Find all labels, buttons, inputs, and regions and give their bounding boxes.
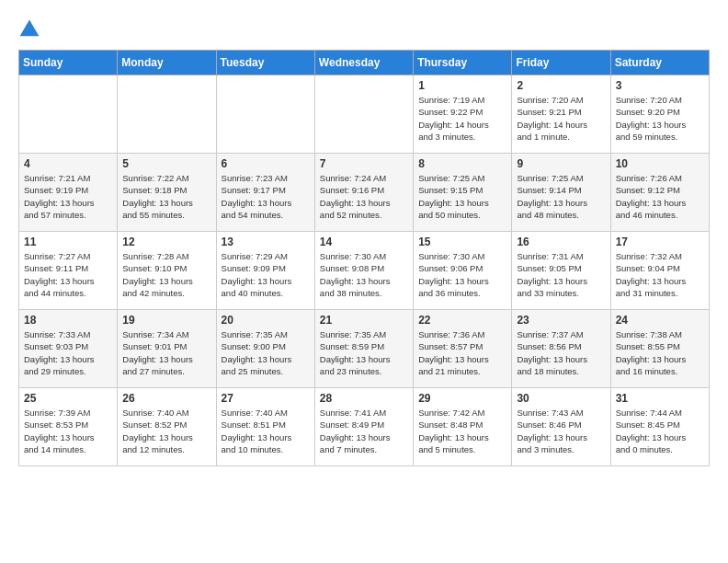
calendar-body: 1Sunrise: 7:19 AM Sunset: 9:22 PM Daylig…: [19, 75, 710, 466]
day-number: 26: [122, 392, 210, 405]
day-info: Sunrise: 7:40 AM Sunset: 8:52 PM Dayligh…: [122, 407, 210, 455]
day-number: 20: [222, 314, 310, 327]
day-info: Sunrise: 7:27 AM Sunset: 9:11 PM Dayligh…: [24, 250, 112, 299]
day-info: Sunrise: 7:43 AM Sunset: 8:46 PM Dayligh…: [517, 407, 605, 455]
day-info: Sunrise: 7:34 AM Sunset: 9:01 PM Dayligh…: [122, 328, 210, 377]
calendar-cell: 4Sunrise: 7:21 AM Sunset: 9:19 PM Daylig…: [19, 154, 118, 232]
calendar-cell: 27Sunrise: 7:40 AM Sunset: 8:51 PM Dayli…: [216, 388, 314, 466]
day-info: Sunrise: 7:22 AM Sunset: 9:18 PM Dayligh…: [122, 172, 210, 221]
calendar-cell: 2Sunrise: 7:20 AM Sunset: 9:21 PM Daylig…: [512, 75, 610, 154]
calendar-cell: 22Sunrise: 7:36 AM Sunset: 8:57 PM Dayli…: [414, 310, 512, 388]
day-info: Sunrise: 7:35 AM Sunset: 8:59 PM Dayligh…: [320, 328, 408, 377]
day-number: 10: [616, 157, 704, 170]
calendar-cell: [216, 75, 314, 154]
day-info: Sunrise: 7:23 AM Sunset: 9:17 PM Dayligh…: [222, 172, 310, 221]
calendar-cell: 24Sunrise: 7:38 AM Sunset: 8:55 PM Dayli…: [610, 310, 709, 388]
day-info: Sunrise: 7:38 AM Sunset: 8:55 PM Dayligh…: [616, 328, 704, 377]
calendar-cell: 14Sunrise: 7:30 AM Sunset: 9:08 PM Dayli…: [314, 232, 413, 310]
calendar-cell: 28Sunrise: 7:41 AM Sunset: 8:49 PM Dayli…: [314, 388, 413, 466]
calendar-cell: 23Sunrise: 7:37 AM Sunset: 8:56 PM Dayli…: [512, 310, 610, 388]
day-info: Sunrise: 7:32 AM Sunset: 9:04 PM Dayligh…: [616, 250, 704, 299]
day-info: Sunrise: 7:40 AM Sunset: 8:51 PM Dayligh…: [222, 407, 310, 455]
calendar-cell: 1Sunrise: 7:19 AM Sunset: 9:22 PM Daylig…: [414, 75, 512, 154]
day-number: 30: [517, 392, 605, 405]
calendar-cell: 29Sunrise: 7:42 AM Sunset: 8:48 PM Dayli…: [414, 388, 512, 466]
day-header-monday: Monday: [118, 51, 216, 75]
day-number: 28: [320, 392, 408, 405]
calendar-cell: 18Sunrise: 7:33 AM Sunset: 9:03 PM Dayli…: [19, 310, 118, 388]
calendar-cell: 26Sunrise: 7:40 AM Sunset: 8:52 PM Dayli…: [118, 388, 216, 466]
calendar-week-5: 25Sunrise: 7:39 AM Sunset: 8:53 PM Dayli…: [19, 388, 710, 466]
calendar-week-1: 1Sunrise: 7:19 AM Sunset: 9:22 PM Daylig…: [19, 75, 710, 154]
day-number: 14: [320, 236, 408, 248]
day-info: Sunrise: 7:39 AM Sunset: 8:53 PM Dayligh…: [24, 407, 112, 455]
day-number: 21: [320, 314, 408, 327]
day-number: 25: [24, 392, 112, 405]
day-number: 11: [24, 236, 112, 248]
day-info: Sunrise: 7:20 AM Sunset: 9:20 PM Dayligh…: [616, 94, 704, 143]
day-info: Sunrise: 7:25 AM Sunset: 9:14 PM Dayligh…: [517, 172, 605, 221]
day-number: 5: [122, 157, 210, 170]
day-number: 6: [222, 157, 310, 170]
calendar-cell: 13Sunrise: 7:29 AM Sunset: 9:09 PM Dayli…: [216, 232, 314, 310]
calendar-cell: 21Sunrise: 7:35 AM Sunset: 8:59 PM Dayli…: [314, 310, 413, 388]
day-number: 17: [616, 236, 704, 248]
page-header: [18, 18, 710, 40]
day-info: Sunrise: 7:19 AM Sunset: 9:22 PM Dayligh…: [418, 94, 506, 143]
calendar-week-2: 4Sunrise: 7:21 AM Sunset: 9:19 PM Daylig…: [19, 154, 710, 232]
day-header-wednesday: Wednesday: [314, 51, 413, 75]
day-header-saturday: Saturday: [610, 51, 709, 75]
day-header-sunday: Sunday: [19, 51, 118, 75]
calendar-week-3: 11Sunrise: 7:27 AM Sunset: 9:11 PM Dayli…: [19, 232, 710, 310]
day-info: Sunrise: 7:33 AM Sunset: 9:03 PM Dayligh…: [24, 328, 112, 377]
calendar-header-row: SundayMondayTuesdayWednesdayThursdayFrid…: [19, 51, 710, 75]
day-number: 9: [517, 157, 605, 170]
calendar-cell: [19, 75, 118, 154]
calendar-cell: 20Sunrise: 7:35 AM Sunset: 9:00 PM Dayli…: [216, 310, 314, 388]
calendar-table: SundayMondayTuesdayWednesdayThursdayFrid…: [18, 50, 710, 466]
calendar-cell: 5Sunrise: 7:22 AM Sunset: 9:18 PM Daylig…: [118, 154, 216, 232]
calendar-cell: 25Sunrise: 7:39 AM Sunset: 8:53 PM Dayli…: [19, 388, 118, 466]
day-info: Sunrise: 7:24 AM Sunset: 9:16 PM Dayligh…: [320, 172, 408, 221]
day-number: 12: [122, 236, 210, 248]
calendar-cell: 19Sunrise: 7:34 AM Sunset: 9:01 PM Dayli…: [118, 310, 216, 388]
day-header-friday: Friday: [512, 51, 610, 75]
svg-marker-0: [20, 20, 40, 37]
logo: [18, 18, 44, 40]
calendar-cell: [118, 75, 216, 154]
calendar-cell: 10Sunrise: 7:26 AM Sunset: 9:12 PM Dayli…: [610, 154, 709, 232]
day-info: Sunrise: 7:37 AM Sunset: 8:56 PM Dayligh…: [517, 328, 605, 377]
day-number: 22: [418, 314, 506, 327]
day-number: 13: [222, 236, 310, 248]
day-info: Sunrise: 7:21 AM Sunset: 9:19 PM Dayligh…: [24, 172, 112, 221]
calendar-cell: 8Sunrise: 7:25 AM Sunset: 9:15 PM Daylig…: [414, 154, 512, 232]
day-number: 31: [616, 392, 704, 405]
calendar-cell: 31Sunrise: 7:44 AM Sunset: 8:45 PM Dayli…: [610, 388, 709, 466]
day-info: Sunrise: 7:30 AM Sunset: 9:08 PM Dayligh…: [320, 250, 408, 299]
calendar-cell: [314, 75, 413, 154]
day-number: 16: [517, 236, 605, 248]
day-number: 24: [616, 314, 704, 327]
day-number: 3: [616, 79, 704, 92]
calendar-cell: 6Sunrise: 7:23 AM Sunset: 9:17 PM Daylig…: [216, 154, 314, 232]
day-info: Sunrise: 7:30 AM Sunset: 9:06 PM Dayligh…: [418, 250, 506, 299]
day-info: Sunrise: 7:31 AM Sunset: 9:05 PM Dayligh…: [517, 250, 605, 299]
calendar-cell: 17Sunrise: 7:32 AM Sunset: 9:04 PM Dayli…: [610, 232, 709, 310]
calendar-cell: 3Sunrise: 7:20 AM Sunset: 9:20 PM Daylig…: [610, 75, 709, 154]
day-info: Sunrise: 7:35 AM Sunset: 9:00 PM Dayligh…: [222, 328, 310, 377]
calendar-cell: 11Sunrise: 7:27 AM Sunset: 9:11 PM Dayli…: [19, 232, 118, 310]
day-info: Sunrise: 7:28 AM Sunset: 9:10 PM Dayligh…: [122, 250, 210, 299]
logo-icon: [18, 18, 40, 40]
day-info: Sunrise: 7:42 AM Sunset: 8:48 PM Dayligh…: [418, 407, 506, 455]
day-info: Sunrise: 7:36 AM Sunset: 8:57 PM Dayligh…: [418, 328, 506, 377]
day-number: 27: [222, 392, 310, 405]
day-header-tuesday: Tuesday: [216, 51, 314, 75]
day-number: 2: [517, 79, 605, 92]
day-number: 29: [418, 392, 506, 405]
day-number: 23: [517, 314, 605, 327]
day-number: 8: [418, 157, 506, 170]
day-info: Sunrise: 7:25 AM Sunset: 9:15 PM Dayligh…: [418, 172, 506, 221]
day-info: Sunrise: 7:26 AM Sunset: 9:12 PM Dayligh…: [616, 172, 704, 221]
calendar-cell: 16Sunrise: 7:31 AM Sunset: 9:05 PM Dayli…: [512, 232, 610, 310]
day-info: Sunrise: 7:44 AM Sunset: 8:45 PM Dayligh…: [616, 407, 704, 455]
